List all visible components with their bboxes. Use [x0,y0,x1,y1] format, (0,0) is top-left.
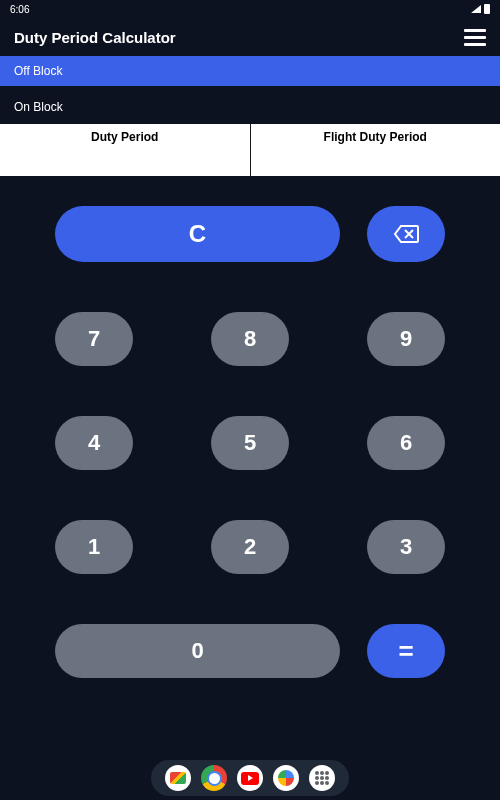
flight-duty-period-label: Flight Duty Period [324,130,427,144]
clear-button[interactable]: C [55,206,340,262]
keypad: C 7 8 9 4 5 6 1 2 3 0 = [0,176,500,678]
key-0[interactable]: 0 [55,624,340,678]
chrome-icon[interactable] [201,765,227,791]
equals-button[interactable]: = [367,624,445,678]
key-5[interactable]: 5 [211,416,289,470]
menu-icon[interactable] [464,29,486,46]
key-7[interactable]: 7 [55,312,133,366]
flight-duty-period-cell: Flight Duty Period [251,124,501,176]
gmail-icon[interactable] [165,765,191,791]
app-title: Duty Period Calculator [14,29,176,46]
status-icons [471,4,490,14]
youtube-icon[interactable] [237,765,263,791]
status-time: 6:06 [10,4,29,15]
photos-icon[interactable] [273,765,299,791]
nav-pill [151,760,349,796]
off-block-field[interactable]: Off Block [0,56,500,86]
duty-period-cell: Duty Period [0,124,251,176]
key-1[interactable]: 1 [55,520,133,574]
key-2[interactable]: 2 [211,520,289,574]
status-bar: 6:06 [0,0,500,18]
key-8[interactable]: 8 [211,312,289,366]
battery-icon [484,4,490,14]
key-3[interactable]: 3 [367,520,445,574]
key-6[interactable]: 6 [367,416,445,470]
backspace-button[interactable] [367,206,445,262]
key-4[interactable]: 4 [55,416,133,470]
signal-icon [471,5,481,13]
off-block-label: Off Block [14,64,62,78]
duty-period-label: Duty Period [91,130,158,144]
navigation-bar [0,756,500,800]
backspace-icon [393,224,419,244]
on-block-label: On Block [14,100,63,114]
app-bar: Duty Period Calculator [0,18,500,56]
apps-icon[interactable] [309,765,335,791]
key-9[interactable]: 9 [367,312,445,366]
on-block-field[interactable]: On Block [0,86,500,124]
results-row: Duty Period Flight Duty Period [0,124,500,176]
